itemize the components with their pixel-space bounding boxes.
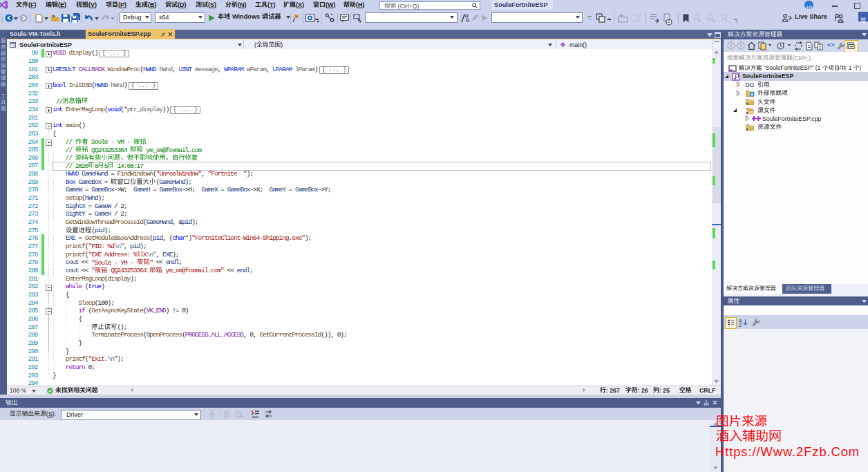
svg-text:+: + (12, 44, 15, 48)
svg-text:Z: Z (739, 323, 742, 328)
